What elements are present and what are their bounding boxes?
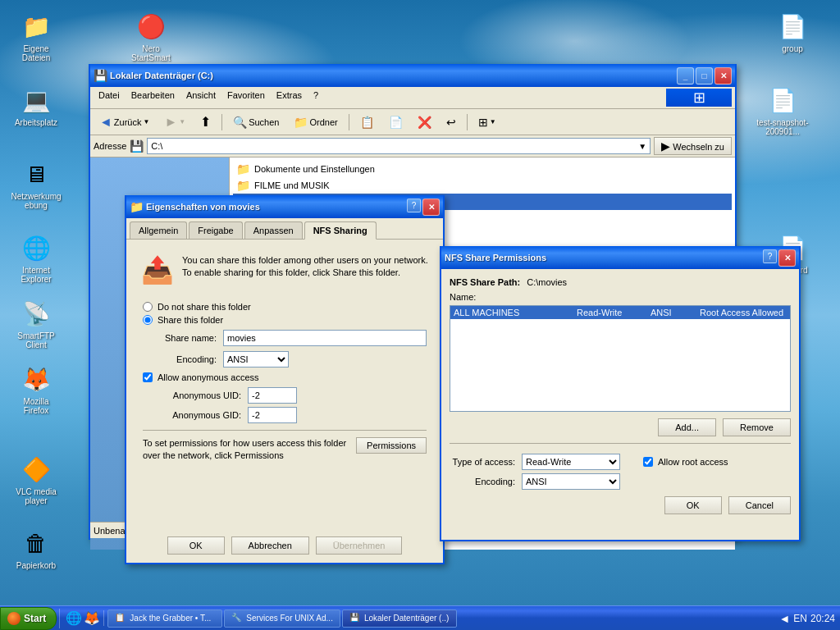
address-input[interactable]: C:\ ▼ xyxy=(147,138,651,154)
properties-title-icon: 📁 xyxy=(130,200,143,213)
add-button[interactable]: Add... xyxy=(658,418,716,436)
encoding-row: Encoding: ANSI xyxy=(143,351,427,368)
permissions-button[interactable]: Permissions xyxy=(356,437,427,454)
tab-allgemein[interactable]: Allgemein xyxy=(130,221,187,239)
desktop-icon-firefox[interactable]: 🦊 Mozilla Firefox xyxy=(7,359,66,418)
copy-button[interactable]: 📋 xyxy=(354,113,380,131)
up-button[interactable]: ⬆ xyxy=(194,112,217,132)
address-drive-icon: 💾 xyxy=(130,139,144,153)
properties-close-button[interactable]: ✕ xyxy=(422,199,440,216)
desktop-icon-eigene-dateien[interactable]: 📁 Eigene Dateien xyxy=(7,7,66,66)
desktop-icon-arbeitsplatz[interactable]: 💻 Arbeitsplatz xyxy=(7,80,66,130)
type-of-access-row: Type of access: Read-Write Read-Only No … xyxy=(450,454,791,470)
ie-label: Internet Explorer xyxy=(10,266,62,284)
nfs-list-row-all-machines[interactable]: ALL MACHINES Read-Write ANSI Root Access… xyxy=(450,306,790,319)
undo-button[interactable]: ↩ xyxy=(441,113,462,131)
uid-input[interactable] xyxy=(248,387,297,404)
uid-row: Anonymous UID: xyxy=(151,387,418,404)
menu-favoriten[interactable]: Favoriten xyxy=(222,89,270,107)
type-of-access-select[interactable]: Read-Write Read-Only No Access xyxy=(522,454,620,470)
desktop-icon-smartftp[interactable]: 📡 SmartFTP Client xyxy=(7,294,66,353)
properties-dialog: 📁 Eigenschaften von movies ? ✕ Allgemein… xyxy=(125,195,445,564)
address-bar: Adresse 💾 C:\ ▼ ▶ Wechseln zu xyxy=(90,135,735,158)
share-name-input[interactable] xyxy=(223,330,427,346)
arbeitsplatz-icon: 💻 xyxy=(20,84,52,116)
tab-freigabe[interactable]: Freigabe xyxy=(189,221,242,239)
radio-share[interactable] xyxy=(143,315,153,325)
folder-dokumente[interactable]: 📁 Dokumente und Einstellungen xyxy=(233,161,732,177)
radio-share-label: Share this folder xyxy=(158,315,223,325)
anonymous-access-checkbox[interactable] xyxy=(143,372,153,382)
start-button[interactable]: Start xyxy=(0,607,57,630)
nfs-cancel-button[interactable]: Cancel xyxy=(728,496,791,514)
tab-nfs-sharing[interactable]: NFS Sharing xyxy=(304,221,377,240)
maximize-button[interactable]: □ xyxy=(696,67,713,84)
allow-root-access-checkbox[interactable] xyxy=(643,457,653,467)
smartftp-label: SmartFTP Client xyxy=(10,331,62,349)
search-button[interactable]: 🔍 Suchen xyxy=(227,113,285,131)
nfs-encoding-select[interactable]: ANSI UTF-8 xyxy=(522,473,620,490)
close-button[interactable]: ✕ xyxy=(714,67,732,84)
nero-icon: 🔴 xyxy=(135,10,167,43)
desktop-icon-vlc[interactable]: 🔶 VLC media player xyxy=(7,450,66,509)
file-explorer-title-icon: 💾 xyxy=(94,69,107,82)
nfs-encoding-label: Encoding: xyxy=(450,477,515,486)
nfs-action-buttons: Add... Remove xyxy=(450,418,791,436)
go-button[interactable]: ▶ Wechseln zu xyxy=(654,137,732,155)
menu-bearbeiten[interactable]: Bearbeiten xyxy=(126,89,180,107)
paste-button[interactable]: 📄 xyxy=(383,113,409,131)
nfs-help-button[interactable]: ? xyxy=(763,249,777,263)
ok-button[interactable]: OK xyxy=(167,536,225,555)
radio-no-share[interactable] xyxy=(143,302,153,312)
encoding-select[interactable]: ANSI xyxy=(223,351,289,368)
language-indicator: EN xyxy=(793,613,807,624)
services-icon: 🔧 xyxy=(231,613,243,624)
desktop-icon-papierkorb[interactable]: 🗑 Papierkorb xyxy=(7,523,66,573)
ie-quick-launch[interactable]: 🌐 xyxy=(66,610,82,626)
gid-input[interactable] xyxy=(248,407,297,423)
desktop-icon-ie[interactable]: 🌐 Internet Explorer xyxy=(7,228,66,287)
taskbar-item-lokaler[interactable]: 💾 Lokaler Datenträger (..) xyxy=(342,609,457,628)
menu-help[interactable]: ? xyxy=(308,89,323,107)
radio-no-share-label: Do not share this folder xyxy=(158,302,251,312)
nfs-permissions-list[interactable]: ALL MACHINES Read-Write ANSI Root Access… xyxy=(450,305,791,412)
help-button[interactable]: ? xyxy=(407,199,421,212)
firefox-quick-launch[interactable]: 🦊 xyxy=(84,610,100,626)
group-icon: 📄 xyxy=(776,10,809,43)
cancel-button[interactable]: Abbrechen xyxy=(231,536,309,555)
address-label: Adresse xyxy=(94,141,126,151)
papierkorb-icon: 🗑 xyxy=(20,527,52,559)
nfs-name-label: Name: xyxy=(450,292,791,302)
desktop-icon-group[interactable]: 📄 group xyxy=(763,7,822,57)
tab-anpassen[interactable]: Anpassen xyxy=(244,221,303,239)
delete-button[interactable]: ❌ xyxy=(412,113,437,131)
forward-button[interactable]: ► xyxy=(158,112,191,132)
views-button[interactable]: ⊞ xyxy=(472,113,502,131)
nfs-form-section: Type of access: Read-Write Read-Only No … xyxy=(450,443,791,490)
nfs-share-path-value: C:\movies xyxy=(527,277,567,287)
properties-titlebar: 📁 Eigenschaften von movies ? ✕ xyxy=(126,195,443,218)
folders-button[interactable]: 📁 Ordner xyxy=(288,113,343,131)
nfs-ok-cancel-buttons: OK Cancel xyxy=(450,496,791,514)
desktop-icon-netzwerk[interactable]: 🖥 Netzwerkumgebung xyxy=(7,154,66,213)
menu-ansicht[interactable]: Ansicht xyxy=(181,89,221,107)
minimize-button[interactable]: _ xyxy=(677,67,694,84)
remove-button[interactable]: Remove xyxy=(723,418,791,436)
folder-filme[interactable]: 📁 FILME und MUSIK xyxy=(233,177,732,194)
desktop-icon-nero[interactable]: 🔴 Nero StartSmart xyxy=(121,7,180,66)
tray-arrow-icon[interactable]: ◄ xyxy=(778,612,790,625)
nfs-close-button[interactable]: ✕ xyxy=(778,249,796,267)
taskbar-item-services[interactable]: 🔧 Services For UNIX Ad... xyxy=(224,609,340,628)
menu-extras[interactable]: Extras xyxy=(272,89,307,107)
menu-datei[interactable]: Datei xyxy=(94,89,125,107)
apply-button[interactable]: Übernehmen xyxy=(316,536,403,555)
group-label: group xyxy=(782,44,803,53)
taskbar-item-jack[interactable]: 📋 Jack the Grabber • T... xyxy=(107,609,222,628)
firefox-icon: 🦊 xyxy=(20,363,52,395)
nfs-list-name: ALL MACHINES xyxy=(454,308,577,317)
eigene-dateien-label: Eigene Dateien xyxy=(10,44,62,62)
type-of-access-label: Type of access: xyxy=(450,457,515,467)
back-button[interactable]: ◄ Zurück xyxy=(94,112,155,132)
nfs-ok-button[interactable]: OK xyxy=(664,496,722,514)
desktop-icon-snapshot[interactable]: 📄 test-snapshot-200901... xyxy=(753,80,812,139)
